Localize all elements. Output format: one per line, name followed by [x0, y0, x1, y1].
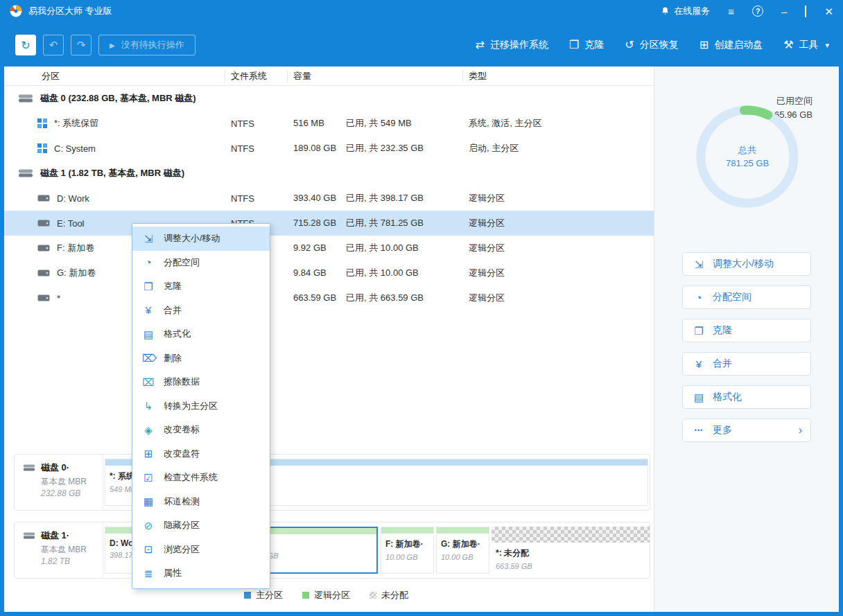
- sidebar-allocate-space-button[interactable]: ◔ 分配空间: [682, 285, 811, 309]
- menu-item-change-label[interactable]: ◈ 改变卷标: [132, 418, 270, 442]
- table-header: 分区 文件系统 容量 类型: [4, 67, 654, 86]
- table-row-unallocated[interactable]: * 663.59 GB已用, 共 663.59 GB 逻辑分区: [4, 285, 654, 310]
- table-row-g-volume[interactable]: G: 新加卷 9.84 GB已用, 共 10.00 GB 逻辑分区: [4, 261, 654, 285]
- menu-item-bad-sector-test[interactable]: ▦ 坏道检测: [132, 490, 270, 514]
- clone-icon: ❐: [693, 326, 705, 336]
- menu-item-clone[interactable]: ❐ 克隆: [132, 274, 270, 299]
- capacity-cell: 516 MB已用, 共 549 MB: [288, 117, 463, 130]
- table-row-f-volume[interactable]: F: 新加卷 9.92 GB已用, 共 10.00 GB 逻辑分区: [4, 236, 654, 261]
- menu-item-change-drive-letter[interactable]: ⊞ 改变盘符: [132, 442, 270, 466]
- table-row-e-tool[interactable]: E: Tool NTFS 715.28 GB已用, 共 781.25 GB 逻辑…: [4, 211, 654, 236]
- menu-item-label: 擦除数据: [164, 376, 200, 388]
- wrench-icon: ⚒: [783, 39, 793, 51]
- disk-label: 磁盘 1 (1.82 TB, 基本盘, MBR 磁盘): [40, 167, 184, 179]
- menu-item-properties[interactable]: ≣ 属性: [132, 561, 270, 586]
- disk-icon: [23, 464, 35, 472]
- type-cell: 逻辑分区: [463, 292, 654, 304]
- menu-item-wipe-data[interactable]: ⌧ 擦除数据: [132, 370, 270, 394]
- menu-item-label: 调整大小/移动: [164, 232, 220, 245]
- map-partition-f-volume[interactable]: F: 新加卷· 10.00 GB: [381, 527, 434, 574]
- allocate-space-icon: ◔: [142, 257, 155, 267]
- disk-label: 磁盘 0 (232.88 GB, 基本盘, MBR 磁盘): [40, 92, 196, 105]
- menu-item-format[interactable]: ▤ 格式化: [132, 322, 270, 346]
- create-boot-disk-button[interactable]: ⊞ 创建启动盘: [699, 39, 763, 51]
- menu-item-explore-partition[interactable]: ⊡ 浏览分区: [132, 538, 270, 562]
- drive-icon: [37, 220, 50, 227]
- menu-item-label: 格式化: [164, 328, 191, 340]
- play-icon: ▶: [110, 42, 115, 49]
- properties-icon: ≣: [142, 568, 155, 579]
- clone-toolbar-button[interactable]: ❐ 克隆: [569, 39, 604, 51]
- disk1-label-cell: 磁盘 1· 基本盘 MBR 1.82 TB: [15, 522, 103, 578]
- clone-toolbar-label: 克隆: [584, 39, 604, 51]
- header-filesystem: 文件系统: [225, 71, 288, 82]
- check-file-system-icon: ☑: [142, 473, 155, 483]
- map-partition-g-volume[interactable]: G: 新加卷· 10.00 GB: [436, 527, 489, 574]
- map-partition-unallocated[interactable]: *: 未分配 663.59 GB: [492, 527, 650, 574]
- system-partition-icon: [37, 143, 47, 153]
- sidebar-resize-move-button[interactable]: ⇲ 调整大小/移动: [682, 252, 811, 276]
- menu-item-hide-partition[interactable]: ⊘ 隐藏分区: [132, 513, 270, 538]
- legend-primary: 主分区: [244, 589, 283, 601]
- disk0-type: 基本盘 MBR: [41, 476, 97, 488]
- menu-item-convert-to-primary[interactable]: ↳ 转换为主分区: [132, 394, 270, 419]
- logical-strip: [437, 527, 489, 534]
- disk0-label-cell: 磁盘 0· 基本盘 MBR 232.88 GB: [15, 455, 103, 510]
- maximize-button[interactable]: [805, 6, 806, 17]
- menu-item-label: 隐藏分区: [164, 519, 200, 531]
- migrate-os-label: 迁移操作系统: [490, 39, 548, 51]
- undo-button[interactable]: ↶: [43, 35, 64, 55]
- sidebar-clone-button[interactable]: ❐ 克隆: [682, 319, 811, 342]
- partition-label: *: [57, 293, 60, 303]
- tools-button[interactable]: ⚒ 工具 ▾: [783, 39, 829, 51]
- diskmap-disk0: 磁盘 0· 基本盘 MBR 232.88 GB *: 系统保留 549 MB C…: [14, 454, 650, 511]
- capacity-cell: 9.84 GB已用, 共 10.00 GB: [288, 267, 463, 279]
- menu-list-icon[interactable]: ≡: [728, 6, 734, 17]
- table-row-c-system[interactable]: C: System NTFS 189.08 GB已用, 共 232.35 GB …: [4, 136, 654, 161]
- drive-icon: [37, 195, 50, 202]
- close-button[interactable]: ✕: [824, 6, 833, 17]
- redo-button[interactable]: ↷: [71, 35, 92, 55]
- menu-item-label: 分配空间: [164, 256, 200, 269]
- explore-partition-icon: ⊡: [142, 544, 155, 554]
- migrate-os-button[interactable]: ⇄ 迁移操作系统: [476, 39, 548, 51]
- capacity-total: 已用, 共 10.00 GB: [346, 243, 419, 253]
- context-menu: ⇲ 调整大小/移动 ◔ 分配空间 ❐ 克隆 ¥ 合并 ▤ 格式化 ⌦ 删除 ⌧ …: [132, 223, 270, 589]
- map-partition-size: 663.59 GB: [496, 562, 650, 570]
- online-service-label: 在线服务: [674, 5, 710, 17]
- help-icon[interactable]: ?: [752, 6, 763, 17]
- capacity-used: 189.08 GB: [293, 143, 346, 153]
- pending-operations-button[interactable]: ▶ 没有待执行操作: [98, 35, 195, 55]
- table-row-d-work[interactable]: D: Work NTFS 393.40 GB已用, 共 398.17 GB 逻辑…: [4, 186, 654, 211]
- menu-item-label: 改变卷标: [164, 423, 200, 436]
- table-row-system-reserved[interactable]: *: 系统保留 NTFS 516 MB已用, 共 549 MB 系统, 激活, …: [4, 111, 654, 136]
- map-partition-label: F: 新加卷·: [385, 538, 433, 550]
- menu-item-check-file-system[interactable]: ☑ 检查文件系统: [132, 466, 270, 490]
- partition-label: F: 新加卷: [57, 242, 94, 254]
- table-row-disk1[interactable]: 磁盘 1 (1.82 TB, 基本盘, MBR 磁盘): [4, 161, 654, 186]
- map-partition-system-reserved[interactable]: *: 系统保留 549 MB: [105, 459, 135, 506]
- refresh-button[interactable]: ↻: [15, 35, 36, 55]
- logical-strip: [381, 527, 433, 534]
- capacity-cell: 393.40 GB已用, 共 398.17 GB: [288, 192, 463, 204]
- menu-item-delete[interactable]: ⌦ 删除: [132, 346, 270, 371]
- menu-item-merge[interactable]: ¥ 合并: [132, 299, 270, 323]
- sidebar-more-button[interactable]: ••• 更多 ›: [682, 419, 811, 442]
- menu-item-resize-move[interactable]: ⇲ 调整大小/移动: [132, 227, 270, 251]
- tools-label: 工具: [799, 39, 818, 51]
- online-service-button[interactable]: 在线服务: [661, 5, 710, 17]
- window-title: 易我分区大师 专业版: [28, 5, 112, 17]
- fs-cell: NTFS: [225, 143, 288, 154]
- partition-recovery-button[interactable]: ↺ 分区恢复: [625, 39, 678, 51]
- sidebar-merge-button[interactable]: ¥ 合并: [682, 352, 811, 376]
- disk-icon: [23, 531, 35, 540]
- right-panel: 已用空间 65.96 GB 总共 781.25 GB ⇲ 调整大小/移动 ◔: [654, 67, 839, 612]
- table-row-disk0[interactable]: 磁盘 0 (232.88 GB, 基本盘, MBR 磁盘): [4, 86, 654, 111]
- menu-item-allocate-space[interactable]: ◔ 分配空间: [132, 251, 270, 275]
- unallocated-pattern: [492, 527, 650, 543]
- sidebar-format-button[interactable]: ▤ 格式化: [682, 385, 811, 409]
- clone-icon: ❐: [142, 281, 155, 292]
- type-cell: 逻辑分区: [463, 217, 654, 229]
- minimize-button[interactable]: –: [781, 6, 787, 17]
- capacity-cell: 663.59 GB已用, 共 663.59 GB: [288, 292, 463, 304]
